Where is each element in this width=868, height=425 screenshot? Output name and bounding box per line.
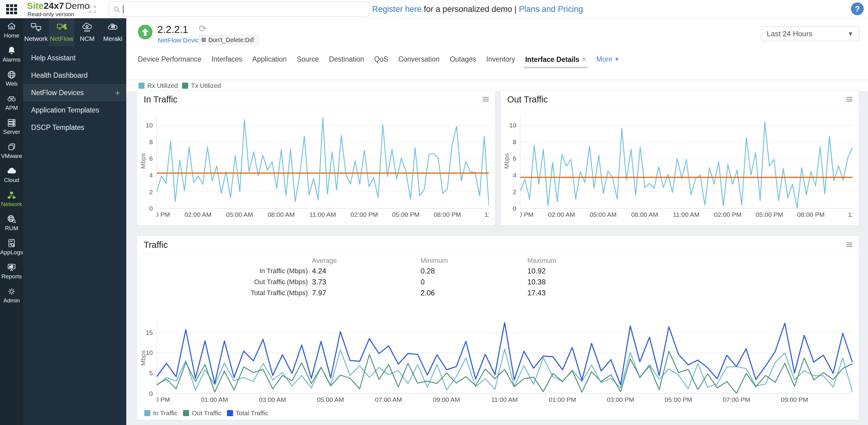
subnav-item-application-templates[interactable]: Application Templates — [23, 101, 126, 119]
time-range-select[interactable]: Last 24 Hours ▼ — [761, 27, 859, 41]
tag-color-square — [202, 38, 206, 42]
legend-tx-utilized[interactable]: Tx Utilized — [182, 82, 221, 89]
chevron-down-icon: ▼ — [614, 56, 619, 62]
tab-inventory[interactable]: Inventory — [486, 53, 515, 68]
close-tab-icon[interactable]: × — [582, 55, 587, 63]
device-type-link[interactable]: NetFlow Device — [158, 37, 203, 44]
tab-application[interactable]: Application — [252, 53, 287, 68]
sidebar-item-alarms[interactable]: Alarms — [0, 42, 23, 66]
main-content: 2.2.2.1 ⟳ NetFlow Device Don't_Delete:D.… — [126, 18, 868, 425]
legend-out-traffic[interactable]: Out Traffic — [183, 410, 221, 417]
out-traffic-card: Out Traffic Mbps 0246810 11:00 PM02:00 A… — [500, 90, 859, 226]
sidebar-item-vmware[interactable]: VMware — [0, 139, 23, 163]
chart-menu-icon[interactable] — [846, 97, 852, 102]
monitors-icon — [30, 29, 42, 34]
table-row: In Traffic (Mbps) 4.24 0.28 10.92 — [144, 266, 570, 276]
sidebar-item-apm[interactable]: APM — [0, 91, 23, 115]
sidebar-item-admin[interactable]: Admin — [0, 283, 23, 307]
out-traffic-chart: Mbps 0246810 11:00 PM02:00 AM05:00 AM08:… — [500, 115, 859, 221]
cloud-icon — [0, 166, 23, 176]
sidebar-item-applogs[interactable]: AppLogs — [0, 235, 23, 259]
card-title: Traffic — [144, 240, 168, 250]
sidebar-item-cloud[interactable]: Cloud — [0, 163, 23, 187]
add-device-icon[interactable]: + — [115, 84, 120, 101]
plot-area — [156, 320, 852, 394]
divider — [137, 254, 859, 254]
legend-total-traffic[interactable]: Total Traffic — [227, 410, 269, 417]
register-here-link[interactable]: Register here — [372, 5, 422, 14]
module-tab-netflow[interactable]: NetFlow — [49, 18, 74, 46]
plot-area — [520, 115, 852, 208]
sidebar-item-network[interactable]: Network — [0, 187, 23, 211]
chart-menu-icon[interactable] — [846, 242, 852, 247]
total-color-chip — [227, 410, 233, 416]
sidebar-item-reports[interactable]: Reports — [0, 259, 23, 283]
plans-pricing-link[interactable]: Plans and Pricing — [519, 5, 583, 14]
more-tabs-dropdown[interactable]: More ▼ — [596, 53, 619, 68]
divider — [500, 108, 859, 109]
subnav-item-netflow-devices[interactable]: NetFlow Devices+ — [23, 84, 126, 101]
legend-in-traffic[interactable]: In Traffic — [144, 410, 178, 417]
tag-icon[interactable] — [248, 36, 256, 46]
subnav-item-health-dashboard[interactable]: Health Dashboard — [23, 67, 126, 84]
module-tab-meraki[interactable]: Meraki — [100, 18, 126, 46]
traffic-legend: In Traffic Out Traffic Total Traffic — [144, 410, 269, 417]
search-icon — [113, 6, 121, 13]
gear-icon — [0, 286, 23, 297]
out-color-chip — [183, 410, 189, 416]
tab-qos[interactable]: QoS — [374, 53, 388, 68]
module-tab-network[interactable]: Network — [23, 18, 49, 46]
in-traffic-card: In Traffic Mbps 0246810 11:00 PM02:00 AM… — [136, 90, 495, 226]
help-button[interactable]: ? — [851, 2, 864, 15]
tab-interface-details[interactable]: Interface Details× — [525, 53, 586, 68]
status-up-icon — [138, 25, 153, 39]
home-icon — [0, 21, 23, 32]
table-header-row: Average Minimum Maximum — [144, 256, 570, 266]
utilization-legend: Rx Utilized Tx Utilized — [126, 80, 868, 91]
site24x7-logo: Site24x7Demo — [27, 1, 90, 10]
traffic-chart: Mbps 051015 11:00 PM01:00 AM03:00 AM05:0… — [137, 320, 859, 406]
legend-rx-utilized[interactable]: Rx Utilized — [138, 82, 178, 89]
tab-interfaces[interactable]: Interfaces — [211, 53, 242, 68]
global-search-input[interactable] — [108, 2, 369, 17]
traffic-card: Traffic Average Minimum Maximum In Traff… — [136, 235, 859, 420]
sidebar-item-rum[interactable]: RUM — [0, 211, 23, 235]
y-axis-ticks: 0246810 — [144, 115, 155, 221]
x-axis-ticks: 11:00 PM02:00 AM05:00 AM08:00 AM11:00 AM… — [520, 211, 852, 220]
sidebar-item-server[interactable]: Server — [0, 115, 23, 139]
traffic-stats-table: Average Minimum Maximum In Traffic (Mbps… — [144, 256, 570, 298]
x-axis-ticks: 11:00 PM01:00 AM03:00 AM05:00 AM07:00 AM… — [156, 396, 852, 404]
tab-device-performance[interactable]: Device Performance — [138, 53, 201, 68]
subnav-list: Help Assistant Health Dashboard NetFlow … — [23, 50, 126, 136]
device-header: 2.2.2.1 ⟳ NetFlow Device Don't_Delete:D.… — [126, 18, 868, 80]
netflow-icon — [56, 29, 67, 34]
subnav-item-help-assistant[interactable]: Help Assistant — [23, 50, 126, 67]
module-tabs: Network NetFlow NCM Meraki — [23, 18, 126, 46]
subnav-item-dscp-templates[interactable]: DSCP Templates — [23, 119, 126, 136]
in-color-chip — [144, 410, 150, 416]
tab-outages[interactable]: Outages — [450, 53, 476, 68]
cloud-gear-icon — [82, 29, 93, 34]
tab-conversation[interactable]: Conversation — [398, 53, 440, 68]
plot-area — [156, 115, 489, 208]
table-row: Total Traffic (Mbps) 7.97 2.06 17.43 — [144, 288, 570, 298]
table-row: Out Traffic (Mbps) 3.73 0 10.38 — [144, 276, 570, 288]
tab-destination[interactable]: Destination — [329, 53, 364, 68]
card-title: In Traffic — [144, 95, 178, 105]
sidebar-item-home[interactable]: Home — [0, 18, 23, 42]
module-tab-ncm[interactable]: NCM — [74, 18, 100, 46]
presentation-icon — [0, 262, 23, 272]
tab-source[interactable]: Source — [297, 53, 319, 68]
chevron-down-icon: ▼ — [847, 27, 854, 41]
refresh-icon[interactable]: ⟳ — [199, 23, 207, 34]
readonly-version-label: Read-only version — [27, 11, 74, 18]
text-caret — [123, 5, 124, 13]
netflow-subnav: Network NetFlow NCM Meraki Help Assistan… — [23, 18, 126, 425]
chart-menu-icon[interactable] — [483, 97, 489, 102]
tx-color-chip — [182, 83, 188, 89]
app-grid-icon[interactable] — [6, 4, 18, 14]
layers-icon — [0, 142, 23, 152]
sidebar-item-web[interactable]: Web — [0, 66, 23, 91]
y-axis-ticks: 051015 — [144, 320, 155, 406]
fullscreen-icon[interactable] — [88, 5, 97, 14]
